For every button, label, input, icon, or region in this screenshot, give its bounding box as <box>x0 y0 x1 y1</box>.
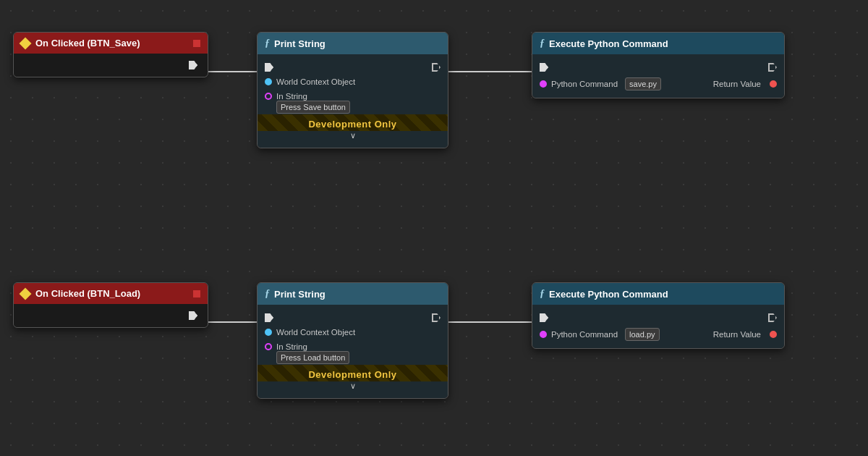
exec2-f-icon: ƒ <box>540 288 545 300</box>
event-save-exec-out[interactable] <box>189 61 197 69</box>
execute-python-node-2: ƒ Execute Python Command Python Command … <box>532 282 785 349</box>
print1-exec-row <box>258 60 448 75</box>
exec1-title: Execute Python Command <box>549 38 777 49</box>
exec2-python-cmd-pin <box>540 331 547 338</box>
exec1-exec-in[interactable] <box>540 63 548 72</box>
print1-title: Print String <box>274 38 441 49</box>
event-node-save: On Clicked (BTN_Save) <box>13 32 208 77</box>
exec2-python-cmd-label: Python Command <box>551 330 618 339</box>
print1-dev-only-banner: Development Only <box>258 114 448 131</box>
print2-world-context-row: World Context Object <box>258 325 448 339</box>
print2-in-string-field[interactable]: Press Load button <box>276 351 349 364</box>
print1-exec-out[interactable] <box>432 63 441 72</box>
print2-exec-row <box>258 311 448 325</box>
print2-body: World Context Object In String Press Loa… <box>258 305 448 398</box>
print1-chevron[interactable]: ∨ <box>258 131 448 143</box>
print1-f-icon: ƒ <box>265 38 270 49</box>
exec1-exec-row <box>532 60 784 75</box>
exec2-exec-row <box>532 311 784 325</box>
exec1-return-label: Return Value <box>713 80 761 88</box>
exec1-f-icon: ƒ <box>540 38 545 49</box>
execute-python-node-1: ƒ Execute Python Command Python Command … <box>532 32 785 98</box>
exec2-return-pin <box>770 331 777 338</box>
exec2-title: Execute Python Command <box>549 289 777 300</box>
exec1-header: ƒ Execute Python Command <box>532 33 784 54</box>
exec2-header: ƒ Execute Python Command <box>532 283 784 305</box>
print2-dev-only-banner: Development Only <box>258 365 448 381</box>
print2-exec-in[interactable] <box>265 313 273 322</box>
event-load-red-square <box>193 290 200 297</box>
event-load-header: On Clicked (BTN_Load) <box>14 283 208 304</box>
print1-header: ƒ Print String <box>258 33 448 54</box>
print1-in-string-pin <box>265 93 272 100</box>
print2-chevron[interactable]: ∨ <box>258 381 448 394</box>
print2-world-context-pin <box>265 329 272 336</box>
print1-in-string-label: In String <box>276 92 307 101</box>
exec1-return-pin <box>770 80 777 88</box>
event-diamond-icon <box>20 37 32 49</box>
exec1-python-cmd-row: Python Command save.py Return Value <box>532 75 784 93</box>
exec1-python-cmd-label: Python Command <box>551 80 618 88</box>
print-string-node-1: ƒ Print String World Context Object In S… <box>257 32 448 148</box>
print2-chevron-icon: ∨ <box>350 381 356 390</box>
event-save-red-square <box>193 40 200 47</box>
print2-f-icon: ƒ <box>265 288 270 300</box>
print1-exec-in[interactable] <box>265 63 273 72</box>
exec2-body: Python Command load.py Return Value <box>532 305 784 348</box>
print1-world-context-label: World Context Object <box>276 77 355 86</box>
event-load-title: On Clicked (BTN_Load) <box>35 288 189 299</box>
event-save-header: On Clicked (BTN_Save) <box>14 33 208 54</box>
event-load-exec-out[interactable] <box>189 311 197 320</box>
print2-in-string-row: In String Press Load button <box>258 339 448 365</box>
print2-in-string-pin <box>265 343 272 350</box>
print2-header: ƒ Print String <box>258 283 448 305</box>
print-string-node-2: ƒ Print String World Context Object In S… <box>257 282 448 399</box>
exec1-exec-out[interactable] <box>768 63 777 72</box>
exec2-python-cmd-value[interactable]: load.py <box>625 328 659 341</box>
print1-world-context-pin <box>265 78 272 85</box>
print2-dev-only-text: Development Only <box>308 369 396 380</box>
exec1-python-cmd-value[interactable]: save.py <box>625 77 661 90</box>
print1-in-string-row: In String Press Save button <box>258 89 448 114</box>
print2-exec-out[interactable] <box>432 313 441 322</box>
print1-chevron-icon: ∨ <box>350 131 356 140</box>
blueprint-canvas: On Clicked (BTN_Save) ƒ Print String Wor… <box>0 0 868 456</box>
exec1-body: Python Command save.py Return Value <box>532 54 784 98</box>
exec2-python-cmd-row: Python Command load.py Return Value <box>532 325 784 344</box>
print2-in-string-label: In String <box>276 342 307 351</box>
print1-dev-only-text: Development Only <box>308 119 396 130</box>
exec2-exec-in[interactable] <box>540 313 548 322</box>
event-load-diamond-icon <box>20 287 32 300</box>
print2-title: Print String <box>274 289 441 300</box>
exec1-python-cmd-pin <box>540 80 547 88</box>
print2-world-context-label: World Context Object <box>276 328 355 337</box>
print1-in-string-field[interactable]: Press Save button <box>276 101 350 114</box>
event-save-title: On Clicked (BTN_Save) <box>35 38 189 48</box>
print1-world-context-row: World Context Object <box>258 75 448 89</box>
event-node-load: On Clicked (BTN_Load) <box>13 282 208 328</box>
exec2-return-label: Return Value <box>713 330 761 339</box>
print1-body: World Context Object In String Press Sav… <box>258 54 448 148</box>
exec2-exec-out[interactable] <box>768 313 777 322</box>
